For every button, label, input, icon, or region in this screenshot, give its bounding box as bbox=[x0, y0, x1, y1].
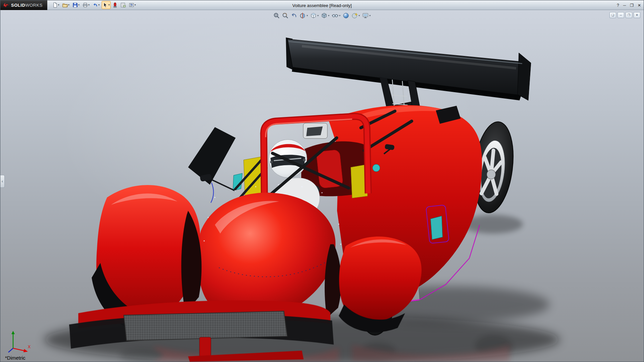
zoom-to-fit-icon bbox=[273, 12, 280, 19]
orientation-triad: X bbox=[6, 327, 33, 354]
cursor-arrow-icon bbox=[103, 2, 108, 8]
section-view-button[interactable]: ▾ bbox=[300, 12, 308, 19]
solidworks-window: SOLIDWORKS ▾ ▾ bbox=[0, 0, 644, 362]
chevron-down-icon[interactable]: ▾ bbox=[98, 4, 100, 6]
view-orientation-button[interactable]: ▾ bbox=[310, 12, 319, 19]
rear-wing[interactable] bbox=[286, 38, 531, 101]
feature-manager-flyout-tab[interactable]: ‹ bbox=[0, 175, 5, 188]
display-style-icon bbox=[321, 12, 327, 19]
edit-appearance-icon bbox=[343, 12, 349, 19]
graphics-viewport[interactable]: ▾ ▾ ▾ bbox=[0, 10, 644, 362]
new-document-button[interactable]: ▾ bbox=[51, 1, 60, 9]
chevron-down-icon[interactable]: ▾ bbox=[78, 4, 79, 6]
previous-view-icon bbox=[291, 12, 297, 19]
window-controls: ? ─ ❐ ✕ bbox=[617, 0, 641, 10]
main-toolbar: ▾ ▾ ▾ bbox=[47, 1, 137, 9]
chevron-down-icon[interactable]: ▾ bbox=[135, 4, 136, 6]
chevron-down-icon[interactable]: ▾ bbox=[317, 14, 319, 17]
document-title: Voiture assemblee [Read-only] bbox=[292, 3, 352, 8]
chevron-down-icon[interactable]: ▾ bbox=[307, 14, 308, 17]
triad-x-label: X bbox=[28, 345, 31, 349]
rebuild-button[interactable] bbox=[112, 1, 118, 9]
zoom-to-area-icon bbox=[282, 12, 288, 19]
view-orientation-icon bbox=[310, 12, 317, 19]
view-settings-button[interactable]: ▾ bbox=[362, 12, 371, 19]
undo-button[interactable]: ▾ bbox=[92, 1, 101, 9]
options-icon bbox=[129, 2, 134, 8]
cowl-intake bbox=[303, 123, 327, 138]
solidworks-logo-icon bbox=[3, 2, 9, 8]
previous-view-button[interactable] bbox=[291, 12, 297, 19]
view-orientation-label: *Dimetric bbox=[5, 355, 25, 361]
chevron-down-icon[interactable]: ▾ bbox=[88, 4, 90, 6]
heads-up-toolbar: ▾ ▾ ▾ bbox=[273, 12, 371, 19]
chevron-down-icon[interactable]: ▾ bbox=[339, 14, 340, 17]
zoom-to-fit-button[interactable] bbox=[273, 12, 280, 19]
solidworks-logo: SOLIDWORKS bbox=[0, 0, 47, 10]
new-document-icon bbox=[52, 2, 58, 8]
select-tool-button[interactable]: ▾ bbox=[102, 1, 111, 9]
chevron-down-icon[interactable]: ▾ bbox=[369, 14, 371, 17]
titlebar: SOLIDWORKS ▾ ▾ bbox=[0, 0, 644, 10]
document-window-controls: ❏ ─ ❐ ✕ bbox=[609, 12, 640, 18]
open-folder-icon bbox=[62, 2, 68, 8]
doc-close-button[interactable]: ✕ bbox=[634, 12, 640, 18]
apply-scene-icon bbox=[352, 12, 358, 19]
rebuild-icon bbox=[113, 2, 117, 8]
chevron-down-icon[interactable]: ▾ bbox=[328, 14, 329, 17]
save-icon bbox=[72, 2, 78, 8]
display-style-button[interactable]: ▾ bbox=[321, 12, 329, 19]
chevron-down-icon[interactable]: ▾ bbox=[108, 4, 110, 6]
apply-scene-button[interactable]: ▾ bbox=[352, 12, 360, 19]
section-view-icon bbox=[300, 12, 306, 19]
printer-icon bbox=[83, 2, 88, 8]
file-properties-icon bbox=[120, 2, 126, 8]
logo-text: SOLIDWORKS bbox=[11, 3, 43, 8]
chevron-down-icon[interactable]: ▾ bbox=[359, 14, 360, 17]
minimize-button[interactable]: ─ bbox=[623, 3, 626, 7]
save-button[interactable]: ▾ bbox=[71, 1, 80, 9]
edit-appearance-button[interactable] bbox=[343, 12, 349, 19]
file-properties-button[interactable] bbox=[119, 1, 127, 9]
print-button[interactable]: ▾ bbox=[82, 1, 91, 9]
restore-button[interactable]: ❐ bbox=[630, 3, 634, 7]
close-button[interactable]: ✕ bbox=[638, 3, 641, 7]
radiator-grille bbox=[124, 311, 287, 341]
tile-windows-button[interactable]: ❏ bbox=[609, 12, 616, 18]
doc-minimize-button[interactable]: ─ bbox=[618, 12, 624, 18]
undo-arrow-icon bbox=[93, 2, 98, 8]
view-settings-icon bbox=[362, 12, 369, 19]
hide-show-items-button[interactable]: ▾ bbox=[332, 12, 340, 19]
chevron-down-icon[interactable]: ▾ bbox=[58, 4, 59, 6]
chevron-down-icon[interactable]: ▾ bbox=[68, 4, 69, 6]
zoom-to-area-button[interactable] bbox=[282, 12, 288, 19]
options-button[interactable]: ▾ bbox=[128, 1, 137, 9]
doc-restore-button[interactable]: ❐ bbox=[626, 12, 632, 18]
help-button[interactable]: ? bbox=[617, 3, 619, 7]
model-render[interactable] bbox=[0, 10, 644, 362]
open-document-button[interactable]: ▾ bbox=[61, 1, 70, 9]
hide-show-items-icon bbox=[332, 12, 338, 19]
